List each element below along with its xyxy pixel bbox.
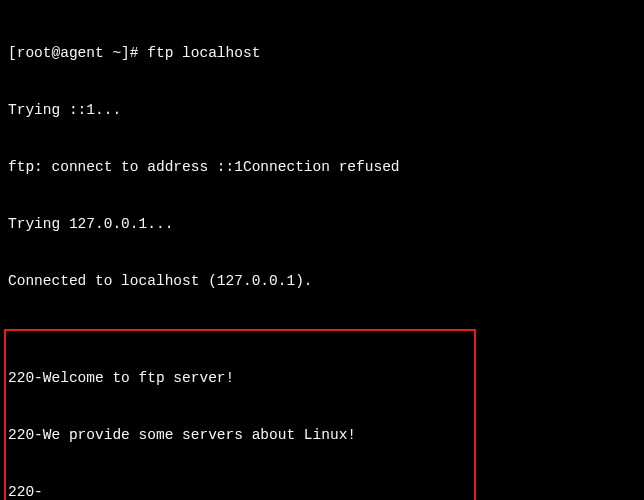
shell-command: [root@agent ~]# ftp localhost bbox=[8, 44, 636, 63]
output-line: Connected to localhost (127.0.0.1). bbox=[8, 272, 636, 291]
terminal-window[interactable]: [root@agent ~]# ftp localhost Trying ::1… bbox=[0, 0, 644, 500]
banner-line: 220-We provide some servers about Linux! bbox=[8, 426, 472, 445]
output-line: ftp: connect to address ::1Connection re… bbox=[8, 158, 636, 177]
output-line: Trying ::1... bbox=[8, 101, 636, 120]
banner-line: 220-Welcome to ftp server! bbox=[8, 369, 472, 388]
banner-line: 220- bbox=[8, 483, 472, 500]
output-line: Trying 127.0.0.1... bbox=[8, 215, 636, 234]
highlight-box-welcome: 220-Welcome to ftp server! 220-We provid… bbox=[4, 329, 476, 500]
